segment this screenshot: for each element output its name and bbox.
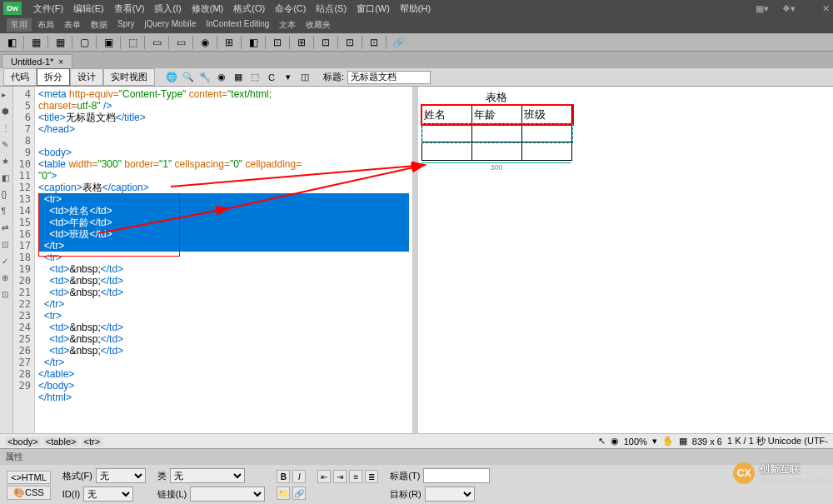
code-editor[interactable]: <meta http-equiv="Content-Type" content=… <box>35 87 412 433</box>
table-cell[interactable] <box>522 124 572 142</box>
insert-tab[interactable]: 表单 <box>60 18 85 32</box>
bold-icon[interactable]: B <box>277 470 290 483</box>
close-icon[interactable]: × <box>58 57 63 67</box>
view-mode-button[interactable]: 拆分 <box>37 68 70 86</box>
toolbar-icon[interactable]: ▢ <box>77 36 91 49</box>
toolbar-icon[interactable]: ▦ <box>53 36 67 49</box>
menu-item[interactable]: 编辑(E) <box>68 3 109 13</box>
ul-icon[interactable]: ≡ <box>349 470 362 483</box>
menu-item[interactable]: 命令(C) <box>270 3 311 13</box>
toolbar-icon[interactable]: 🔗 <box>392 36 405 49</box>
rail-icon[interactable]: ★ <box>2 157 12 167</box>
html-mode-button[interactable]: <>HTML <box>7 471 51 484</box>
view-icon[interactable]: ▾ <box>282 71 295 84</box>
rail-icon[interactable]: ⇄ <box>2 223 12 233</box>
toolbar-icon[interactable]: ◧ <box>5 36 18 49</box>
menu-item[interactable]: 插入(I) <box>149 3 186 13</box>
folder-icon[interactable]: 📁 <box>277 487 290 500</box>
rail-icon[interactable]: ⊡ <box>2 290 12 300</box>
toolbar-icon[interactable]: ⊡ <box>367 36 381 49</box>
rail-icon[interactable]: ✓ <box>2 257 12 267</box>
menu-expander-icon[interactable]: ✕ <box>822 3 830 14</box>
title-input[interactable] <box>423 468 490 483</box>
rail-icon[interactable]: ⊡ <box>2 240 12 250</box>
insert-tab[interactable]: InContext Editing <box>202 18 273 32</box>
table-cell[interactable]: 年龄 <box>472 106 522 124</box>
insert-tab[interactable]: 收藏夹 <box>302 18 335 32</box>
toolbar-icon[interactable]: ▦ <box>29 36 42 49</box>
toolbar-icon[interactable]: ▭ <box>150 36 163 49</box>
insert-tab[interactable]: Spry <box>113 18 139 32</box>
view-icon[interactable]: ◫ <box>298 71 312 84</box>
menu-item[interactable]: 查看(V) <box>109 3 150 13</box>
design-pane[interactable]: 表格 姓名 年龄 班级 300 <box>418 87 833 433</box>
view-icon[interactable]: 🌐 <box>165 71 178 84</box>
class-select[interactable]: 无 <box>170 468 245 483</box>
rail-icon[interactable]: ¶ <box>2 207 12 217</box>
view-mode-button[interactable]: 实时视图 <box>103 68 155 86</box>
view-icon[interactable]: 🔍 <box>182 71 195 84</box>
table-cell[interactable] <box>422 124 472 142</box>
table-cell[interactable] <box>522 142 572 161</box>
toolbar-icon[interactable]: ⊡ <box>271 36 284 49</box>
insert-tab[interactable]: jQuery Mobile <box>141 18 201 32</box>
rail-icon[interactable]: ⋮ <box>2 123 12 133</box>
menu-item[interactable]: 窗口(W) <box>352 3 395 13</box>
rail-icon[interactable]: {} <box>2 190 12 200</box>
toolbar-icon[interactable]: ⊡ <box>319 36 332 49</box>
format-select[interactable]: 无 <box>96 468 146 483</box>
document-tab[interactable]: Untitled-1* × <box>2 54 72 68</box>
toolbar-icon[interactable]: ▣ <box>102 36 115 49</box>
view-icon[interactable]: ◉ <box>215 71 228 84</box>
link-select[interactable] <box>190 487 265 502</box>
status-icon[interactable]: ▦ <box>679 436 687 447</box>
menu-item[interactable]: 文件(F) <box>28 3 68 13</box>
view-mode-button[interactable]: 设计 <box>70 68 103 86</box>
status-icon[interactable]: ◉ <box>611 436 619 447</box>
table-cell[interactable] <box>472 124 522 142</box>
view-icon[interactable]: ▦ <box>232 71 245 84</box>
menu-item[interactable]: 修改(M) <box>187 3 229 13</box>
table-cell[interactable]: 班级 <box>522 106 572 124</box>
indent-icon[interactable]: ⇥ <box>333 470 347 483</box>
status-icon[interactable]: ↖ <box>598 436 606 447</box>
css-mode-button[interactable]: 🎨CSS <box>7 486 51 500</box>
insert-tab[interactable]: 数据 <box>87 18 112 32</box>
design-table[interactable]: 姓名 年龄 班级 <box>421 105 572 161</box>
view-icon[interactable]: C <box>265 71 278 84</box>
target-select[interactable] <box>425 487 475 502</box>
rail-icon[interactable]: ⊕ <box>2 273 12 283</box>
ol-icon[interactable]: ≣ <box>365 470 378 483</box>
view-mode-button[interactable]: 代码 <box>3 68 37 86</box>
toolbar-icon[interactable]: ▭ <box>174 36 187 49</box>
insert-tab[interactable]: 常用 <box>7 18 32 32</box>
page-title-input[interactable] <box>347 71 431 84</box>
table-cell[interactable] <box>472 142 522 161</box>
status-icon[interactable]: ✋ <box>662 436 674 447</box>
menu-item[interactable]: 帮助(H) <box>395 3 436 13</box>
rail-icon[interactable]: ◧ <box>2 173 12 183</box>
tag-crumb[interactable]: <table> <box>43 437 79 447</box>
toolbar-icon[interactable]: ⊞ <box>222 36 236 49</box>
tag-crumb[interactable]: <body> <box>5 437 41 447</box>
toolbar-icon[interactable]: ⊡ <box>343 36 357 49</box>
outdent-icon[interactable]: ⇤ <box>317 470 331 483</box>
toolbar-icon[interactable]: ◧ <box>247 36 260 49</box>
code-pane[interactable]: 4 5 6 7 8 9 10 11 12 13 14 15 16 17 18 1… <box>13 87 413 433</box>
zoom-value[interactable]: 100% <box>624 437 647 447</box>
italic-icon[interactable]: I <box>292 470 306 483</box>
toolbar-icon[interactable]: ⬚ <box>126 36 139 49</box>
toolbar-icon[interactable]: ⊞ <box>295 36 308 49</box>
table-cell[interactable] <box>422 142 472 161</box>
menu-item[interactable]: 站点(S) <box>311 3 352 13</box>
table-cell[interactable]: 姓名 <box>422 106 472 124</box>
rail-icon[interactable]: ▸ <box>2 90 12 100</box>
view-icon[interactable]: 🔧 <box>198 71 212 84</box>
view-icon[interactable]: ⬚ <box>248 71 262 84</box>
toolbar-icon[interactable]: ◉ <box>198 36 212 49</box>
link-icon[interactable]: 🔗 <box>292 487 306 500</box>
insert-tab[interactable]: 文本 <box>275 18 300 32</box>
menu-item[interactable]: 格式(O) <box>228 3 270 13</box>
menu-expander-icon[interactable]: ❖▾ <box>782 3 796 14</box>
rail-icon[interactable]: ⬢ <box>2 107 12 117</box>
